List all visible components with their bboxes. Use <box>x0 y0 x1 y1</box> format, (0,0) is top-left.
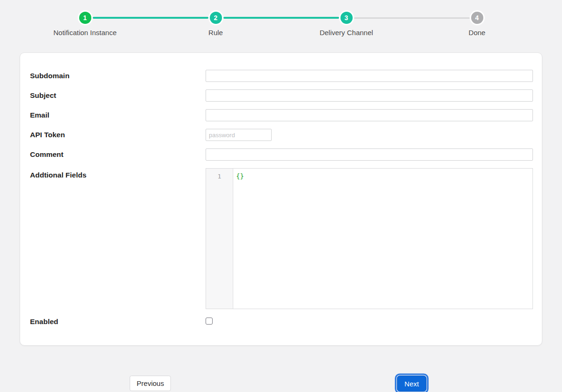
editor-line-number-gutter: 1 <box>206 169 233 309</box>
wizard-step-notification-instance[interactable]: 1 Notification Instance <box>20 0 150 37</box>
wizard-step-done[interactable]: 4 Done <box>412 0 542 37</box>
email-field[interactable] <box>206 109 533 121</box>
step-3-label: Delivery Channel <box>319 29 373 37</box>
wizard-step-delivery-channel[interactable]: 3 Delivery Channel <box>281 0 412 37</box>
step-2-label: Rule <box>208 29 223 37</box>
editor-code-content[interactable]: {} <box>233 169 532 309</box>
api-token-input[interactable] <box>206 129 272 141</box>
step-3-circle[interactable]: 3 <box>340 12 353 24</box>
enabled-label: Enabled <box>30 318 206 326</box>
subject-input[interactable] <box>206 89 533 102</box>
enabled-checkbox[interactable] <box>206 318 213 325</box>
wizard-actions: Previous Next <box>20 376 542 392</box>
step-4-label: Done <box>469 29 486 37</box>
step-2-circle[interactable]: 2 <box>210 12 222 24</box>
subdomain-label: Subdomain <box>30 72 206 80</box>
delivery-channel-form-card: Subdomain Subject Email API Token Commen… <box>20 52 542 346</box>
form-row-subdomain: Subdomain <box>30 70 533 82</box>
form-row-enabled: Enabled <box>30 317 533 326</box>
form-row-subject: Subject <box>30 89 533 102</box>
email-label: Email <box>30 111 206 119</box>
json-code-editor[interactable]: 1 {} <box>206 168 533 309</box>
wizard-step-bar: 1 Notification Instance 2 Rule 3 Deliver… <box>20 0 542 39</box>
editor-line-number: 1 <box>206 173 233 180</box>
step-4-circle[interactable]: 4 <box>471 12 483 24</box>
form-row-comment: Comment <box>30 148 533 161</box>
wizard-step-rule[interactable]: 2 Rule <box>150 0 281 37</box>
subject-label: Subject <box>30 91 206 100</box>
form-row-api-token: API Token <box>30 129 533 141</box>
additional-fields-label: Addtional Fields <box>30 168 206 179</box>
next-button[interactable]: Next <box>397 376 427 392</box>
subdomain-input[interactable] <box>206 70 533 82</box>
step-1-label: Notification Instance <box>53 29 117 37</box>
comment-input[interactable] <box>206 148 533 161</box>
form-row-additional-fields: Addtional Fields 1 {} <box>30 168 533 309</box>
previous-button[interactable]: Previous <box>130 376 171 391</box>
step-1-circle[interactable]: 1 <box>79 12 91 24</box>
comment-label: Comment <box>30 150 206 159</box>
api-token-label: API Token <box>30 131 206 139</box>
form-row-email: Email <box>30 109 533 121</box>
